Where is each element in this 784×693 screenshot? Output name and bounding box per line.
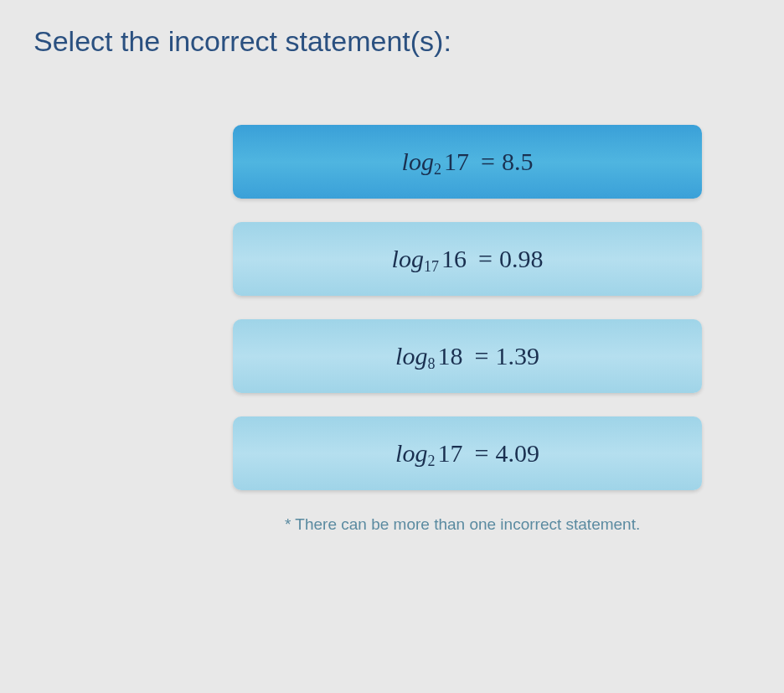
log-arg: 17 [444,147,469,176]
log-value: 1.39 [495,342,539,370]
equals-sign: = [481,147,495,176]
equals-sign: = [474,439,488,468]
option-2-expression: log1716=0.98 [392,245,544,273]
option-4[interactable]: log217=4.09 [233,416,702,490]
log-arg: 17 [437,439,462,468]
options-container: log217=8.5 log1716=0.98 log818=1.39 log2… [184,125,750,490]
log-base: 2 [427,453,435,470]
option-1[interactable]: log217=8.5 [233,125,702,199]
option-4-expression: log217=4.09 [395,439,539,468]
log-value: 0.98 [499,245,544,273]
log-base: 17 [424,258,439,276]
option-2[interactable]: log1716=0.98 [233,222,702,296]
log-label: log [392,245,424,273]
log-value: 8.5 [502,147,534,176]
equals-sign: = [474,342,488,370]
log-base: 2 [434,161,441,178]
log-label: log [402,147,434,176]
option-3[interactable]: log818=1.39 [233,319,702,393]
log-label: log [395,342,427,370]
question-title: Select the incorrect statement(s): [34,25,750,58]
option-3-expression: log818=1.39 [395,342,539,370]
log-value: 4.09 [495,439,539,468]
footnote: * There can be more than one incorrect s… [285,515,750,534]
log-base: 8 [427,355,435,373]
option-1-expression: log217=8.5 [402,147,534,176]
log-arg: 16 [441,245,467,273]
log-arg: 18 [437,342,462,370]
log-label: log [395,439,427,468]
equals-sign: = [478,245,493,273]
